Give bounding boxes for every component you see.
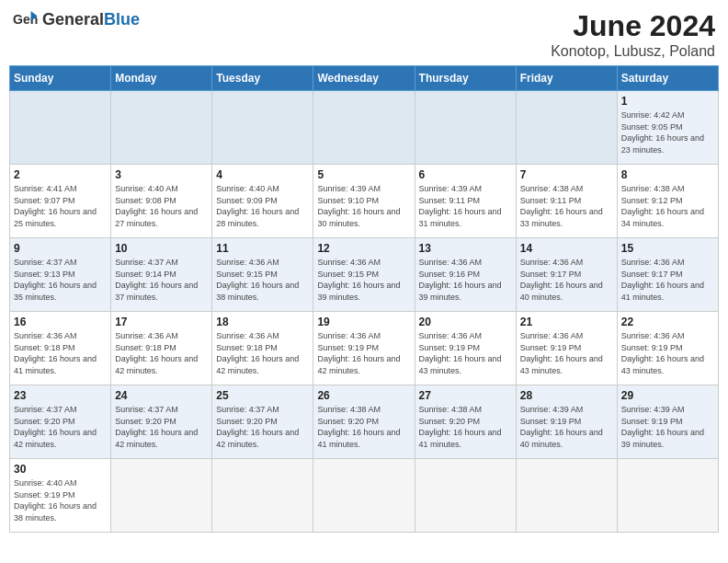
calendar-week-row: 1Sunrise: 4:42 AM Sunset: 9:05 PM Daylig…	[10, 91, 719, 165]
day-number: 2	[14, 168, 107, 181]
day-info: Sunrise: 4:42 AM Sunset: 9:05 PM Dayligh…	[621, 109, 714, 155]
day-info: Sunrise: 4:40 AM Sunset: 9:19 PM Dayligh…	[14, 477, 107, 523]
calendar-day-cell	[415, 91, 516, 165]
day-number: 9	[14, 242, 107, 255]
header-row: SundayMondayTuesdayWednesdayThursdayFrid…	[10, 66, 719, 91]
day-number: 28	[520, 389, 613, 402]
day-info: Sunrise: 4:36 AM Sunset: 9:19 PM Dayligh…	[419, 330, 512, 376]
calendar-day-cell: 1Sunrise: 4:42 AM Sunset: 9:05 PM Daylig…	[617, 91, 718, 165]
calendar-day-cell: 16Sunrise: 4:36 AM Sunset: 9:18 PM Dayli…	[10, 312, 111, 385]
header-monday: Monday	[111, 66, 212, 91]
day-info: Sunrise: 4:36 AM Sunset: 9:16 PM Dayligh…	[419, 257, 512, 303]
calendar-day-cell: 5Sunrise: 4:39 AM Sunset: 9:10 PM Daylig…	[313, 165, 415, 238]
day-number: 22	[621, 316, 714, 328]
calendar-day-cell	[111, 91, 212, 165]
day-info: Sunrise: 4:37 AM Sunset: 9:20 PM Dayligh…	[14, 404, 107, 450]
logo-blue-text: Blue	[104, 10, 140, 29]
header-saturday: Saturday	[617, 66, 718, 91]
day-info: Sunrise: 4:40 AM Sunset: 9:09 PM Dayligh…	[216, 183, 309, 229]
day-info: Sunrise: 4:36 AM Sunset: 9:17 PM Dayligh…	[520, 257, 613, 303]
calendar-day-cell	[617, 459, 718, 533]
day-number: 5	[317, 168, 410, 181]
calendar-day-cell	[516, 91, 617, 165]
day-info: Sunrise: 4:37 AM Sunset: 9:13 PM Dayligh…	[14, 257, 107, 303]
header-wednesday: Wednesday	[313, 66, 415, 91]
calendar-day-cell: 26Sunrise: 4:38 AM Sunset: 9:20 PM Dayli…	[313, 385, 415, 459]
calendar-day-cell	[10, 91, 111, 165]
day-number: 10	[115, 242, 208, 255]
header-tuesday: Tuesday	[212, 66, 313, 91]
calendar-day-cell: 8Sunrise: 4:38 AM Sunset: 9:12 PM Daylig…	[617, 165, 718, 238]
day-info: Sunrise: 4:36 AM Sunset: 9:19 PM Dayligh…	[520, 330, 613, 376]
day-number: 20	[419, 316, 512, 328]
calendar-day-cell: 2Sunrise: 4:41 AM Sunset: 9:07 PM Daylig…	[10, 165, 111, 238]
calendar-week-row: 2Sunrise: 4:41 AM Sunset: 9:07 PM Daylig…	[10, 165, 719, 238]
calendar-day-cell: 3Sunrise: 4:40 AM Sunset: 9:08 PM Daylig…	[111, 165, 212, 238]
calendar-week-row: 9Sunrise: 4:37 AM Sunset: 9:13 PM Daylig…	[10, 238, 719, 312]
day-number: 3	[115, 168, 208, 181]
logo-icon: General	[13, 9, 39, 29]
day-info: Sunrise: 4:41 AM Sunset: 9:07 PM Dayligh…	[14, 183, 107, 229]
day-info: Sunrise: 4:40 AM Sunset: 9:08 PM Dayligh…	[115, 183, 208, 229]
calendar-day-cell: 17Sunrise: 4:36 AM Sunset: 9:18 PM Dayli…	[111, 312, 212, 385]
day-number: 23	[14, 389, 107, 402]
calendar-day-cell	[415, 459, 516, 533]
day-number: 14	[520, 242, 613, 255]
day-info: Sunrise: 4:39 AM Sunset: 9:19 PM Dayligh…	[520, 404, 613, 450]
day-number: 26	[317, 389, 410, 402]
calendar-day-cell	[313, 459, 415, 533]
day-info: Sunrise: 4:39 AM Sunset: 9:19 PM Dayligh…	[621, 404, 714, 450]
day-info: Sunrise: 4:36 AM Sunset: 9:19 PM Dayligh…	[621, 330, 714, 376]
calendar-day-cell	[313, 91, 415, 165]
day-number: 25	[216, 389, 309, 402]
calendar-day-cell: 11Sunrise: 4:36 AM Sunset: 9:15 PM Dayli…	[212, 238, 313, 312]
day-number: 19	[317, 316, 410, 328]
day-info: Sunrise: 4:38 AM Sunset: 9:12 PM Dayligh…	[621, 183, 714, 229]
day-number: 27	[419, 389, 512, 402]
calendar-day-cell: 9Sunrise: 4:37 AM Sunset: 9:13 PM Daylig…	[10, 238, 111, 312]
calendar-day-cell: 25Sunrise: 4:37 AM Sunset: 9:20 PM Dayli…	[212, 385, 313, 459]
day-number: 16	[14, 316, 107, 328]
calendar-day-cell: 22Sunrise: 4:36 AM Sunset: 9:19 PM Dayli…	[617, 312, 718, 385]
day-number: 8	[621, 168, 714, 181]
day-info: Sunrise: 4:36 AM Sunset: 9:18 PM Dayligh…	[14, 330, 107, 376]
day-info: Sunrise: 4:38 AM Sunset: 9:20 PM Dayligh…	[419, 404, 512, 450]
calendar-day-cell: 18Sunrise: 4:36 AM Sunset: 9:18 PM Dayli…	[212, 312, 313, 385]
calendar-day-cell: 29Sunrise: 4:39 AM Sunset: 9:19 PM Dayli…	[617, 385, 718, 459]
header-sunday: Sunday	[10, 66, 111, 91]
calendar-subtitle: Konotop, Lubusz, Poland	[551, 43, 715, 60]
day-number: 7	[520, 168, 613, 181]
day-number: 4	[216, 168, 309, 181]
calendar-week-row: 16Sunrise: 4:36 AM Sunset: 9:18 PM Dayli…	[10, 312, 719, 385]
calendar-day-cell: 6Sunrise: 4:39 AM Sunset: 9:11 PM Daylig…	[415, 165, 516, 238]
day-number: 18	[216, 316, 309, 328]
calendar-title: June 2024	[551, 9, 715, 43]
day-number: 13	[419, 242, 512, 255]
calendar-day-cell: 21Sunrise: 4:36 AM Sunset: 9:19 PM Dayli…	[516, 312, 617, 385]
day-number: 12	[317, 242, 410, 255]
calendar-day-cell	[111, 459, 212, 533]
calendar-body: 1Sunrise: 4:42 AM Sunset: 9:05 PM Daylig…	[10, 91, 719, 533]
calendar-week-row: 23Sunrise: 4:37 AM Sunset: 9:20 PM Dayli…	[10, 385, 719, 459]
calendar-day-cell: 27Sunrise: 4:38 AM Sunset: 9:20 PM Dayli…	[415, 385, 516, 459]
calendar-day-cell: 15Sunrise: 4:36 AM Sunset: 9:17 PM Dayli…	[617, 238, 718, 312]
logo: General GeneralBlue	[13, 9, 140, 29]
day-info: Sunrise: 4:36 AM Sunset: 9:18 PM Dayligh…	[216, 330, 309, 376]
day-info: Sunrise: 4:36 AM Sunset: 9:17 PM Dayligh…	[621, 257, 714, 303]
calendar-day-cell: 23Sunrise: 4:37 AM Sunset: 9:20 PM Dayli…	[10, 385, 111, 459]
calendar-header: SundayMondayTuesdayWednesdayThursdayFrid…	[10, 66, 719, 91]
day-number: 6	[419, 168, 512, 181]
calendar-day-cell: 19Sunrise: 4:36 AM Sunset: 9:19 PM Dayli…	[313, 312, 415, 385]
calendar-day-cell: 12Sunrise: 4:36 AM Sunset: 9:15 PM Dayli…	[313, 238, 415, 312]
day-number: 30	[14, 463, 107, 476]
calendar-week-row: 30Sunrise: 4:40 AM Sunset: 9:19 PM Dayli…	[10, 459, 719, 533]
day-info: Sunrise: 4:36 AM Sunset: 9:15 PM Dayligh…	[317, 257, 410, 303]
header-thursday: Thursday	[415, 66, 516, 91]
calendar-day-cell: 28Sunrise: 4:39 AM Sunset: 9:19 PM Dayli…	[516, 385, 617, 459]
calendar-table: SundayMondayTuesdayWednesdayThursdayFrid…	[9, 65, 719, 533]
day-info: Sunrise: 4:36 AM Sunset: 9:15 PM Dayligh…	[216, 257, 309, 303]
day-info: Sunrise: 4:36 AM Sunset: 9:18 PM Dayligh…	[115, 330, 208, 376]
day-info: Sunrise: 4:37 AM Sunset: 9:14 PM Dayligh…	[115, 257, 208, 303]
calendar-day-cell	[212, 91, 313, 165]
day-number: 24	[115, 389, 208, 402]
